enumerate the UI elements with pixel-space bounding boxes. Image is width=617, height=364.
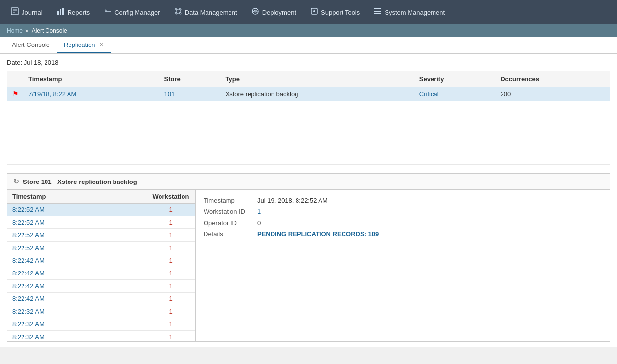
detail-details-value: PENDING REPLICATION RECORDS: 109 [257, 230, 379, 238]
svg-rect-0 [11, 8, 18, 15]
list-item[interactable]: 8:22:42 AM 1 [7, 267, 195, 280]
svg-rect-21 [374, 8, 381, 9]
list-cell-workstation: 1 [146, 242, 195, 254]
list-cell-workstation: 1 [146, 293, 195, 305]
main-content: Date: Jul 18, 2018 Timestamp Store Type … [0, 54, 617, 347]
nav-deployment[interactable]: Deployment [246, 3, 302, 21]
list-cell-timestamp: 8:22:32 AM [7, 331, 146, 341]
list-item[interactable]: 8:22:42 AM 1 [7, 293, 195, 305]
col-flag [7, 71, 23, 87]
tab-alert-console-label: Alert Console [12, 41, 50, 48]
refresh-icon[interactable]: ↻ [13, 178, 19, 185]
list-item[interactable]: 8:22:32 AM 1 [7, 305, 195, 318]
nav-config-manager[interactable]: Config Manager [98, 3, 166, 21]
col-severity: Severity [414, 71, 496, 87]
bottom-title: Store 101 - Xstore replication backlog [23, 178, 137, 185]
list-item[interactable]: 8:22:42 AM 1 [7, 254, 195, 267]
bottom-body: Timestamp Workstation 8:22:52 AM 1 8:22:… [7, 190, 610, 341]
list-cell-workstation: 1 [146, 254, 195, 267]
col-occurrences: Occurrences [495, 71, 610, 87]
top-navigation: Journal Reports Config Manager Data Mana… [0, 0, 617, 24]
list-cell-timestamp: 8:22:52 AM [7, 229, 146, 241]
list-header: Timestamp Workstation [7, 190, 195, 204]
data-management-icon [174, 7, 182, 17]
tab-replication-close[interactable]: ✕ [99, 42, 104, 48]
nav-support-tools[interactable]: Support Tools [304, 3, 366, 21]
list-cell-timestamp: 8:22:32 AM [7, 305, 146, 318]
detail-workstation-row: Workstation ID 1 [204, 208, 602, 215]
svg-rect-6 [62, 8, 64, 15]
alert-table: Timestamp Store Type Severity Occurrence… [7, 71, 610, 165]
nav-journal-label: Journal [22, 9, 43, 16]
list-cell-timestamp: 8:22:42 AM [7, 293, 146, 305]
col-timestamp: Timestamp [23, 71, 160, 87]
list-item[interactable]: 8:22:42 AM 1 [7, 280, 195, 293]
detail-timestamp-label: Timestamp [204, 197, 257, 204]
detail-operator-label: Operator ID [204, 219, 257, 227]
row-timestamp[interactable]: 7/19/18, 8:22 AM [23, 87, 160, 101]
list-col-timestamp: Timestamp [7, 190, 146, 203]
list-cell-workstation: 1 [146, 267, 195, 279]
list-item[interactable]: 8:22:32 AM 1 [7, 318, 195, 331]
nav-config-manager-label: Config Manager [114, 9, 160, 16]
list-cell-timestamp: 8:22:42 AM [7, 267, 146, 279]
tabs-bar: Alert Console Replication ✕ [0, 37, 617, 54]
svg-rect-4 [57, 11, 59, 15]
tab-replication[interactable]: Replication ✕ [57, 37, 111, 53]
support-tools-icon [310, 7, 318, 17]
tab-alert-console[interactable]: Alert Console [5, 37, 57, 53]
tab-replication-label: Replication [64, 41, 95, 48]
nav-data-management-label: Data Management [185, 9, 237, 16]
detail-workstation-value: 1 [257, 208, 261, 215]
svg-point-20 [313, 10, 315, 12]
detail-details-row: Details PENDING REPLICATION RECORDS: 109 [204, 230, 602, 238]
detail-details-label: Details [204, 230, 257, 238]
svg-rect-23 [374, 13, 381, 14]
table-row[interactable]: ⚑ 7/19/18, 8:22 AM 101 Xstore replicatio… [7, 87, 610, 101]
nav-system-management-label: System Management [385, 9, 445, 16]
nav-data-management[interactable]: Data Management [168, 3, 243, 21]
list-cell-workstation: 1 [146, 204, 195, 216]
row-severity: Critical [414, 87, 496, 101]
list-item[interactable]: 8:22:52 AM 1 [7, 216, 195, 229]
list-cell-timestamp: 8:22:32 AM [7, 318, 146, 330]
config-manager-icon [104, 7, 112, 17]
table-row-empty [7, 101, 610, 165]
flag-icon: ⚑ [12, 90, 19, 98]
reports-icon [57, 7, 65, 17]
row-type: Xstore replication backlog [221, 87, 414, 101]
list-cell-timestamp: 8:22:52 AM [7, 216, 146, 228]
breadcrumb-home[interactable]: Home [7, 27, 23, 34]
list-cell-workstation: 1 [146, 318, 195, 330]
nav-reports-label: Reports [68, 9, 90, 16]
list-item[interactable]: 8:22:52 AM 1 [7, 242, 195, 254]
bottom-section: ↻ Store 101 - Xstore replication backlog… [7, 173, 610, 342]
list-cell-timestamp: 8:22:42 AM [7, 280, 146, 292]
detail-timestamp-value: Jul 19, 2018, 8:22:52 AM [257, 197, 328, 204]
list-cell-workstation: 1 [146, 331, 195, 341]
col-store: Store [160, 71, 221, 87]
breadcrumb: Home » Alert Console [0, 24, 617, 37]
alert-table-container: Timestamp Store Type Severity Occurrence… [7, 71, 610, 165]
list-cell-workstation: 1 [146, 305, 195, 318]
list-cell-timestamp: 8:22:52 AM [7, 204, 146, 216]
list-item[interactable]: 8:22:52 AM 1 [7, 204, 195, 216]
nav-journal[interactable]: Journal [5, 3, 48, 21]
breadcrumb-separator: » [25, 27, 29, 34]
list-item[interactable]: 8:22:52 AM 1 [7, 229, 195, 242]
left-list-container: Timestamp Workstation 8:22:52 AM 1 8:22:… [7, 190, 196, 341]
list-cell-timestamp: 8:22:52 AM [7, 242, 146, 254]
right-detail: Timestamp Jul 19, 2018, 8:22:52 AM Works… [196, 190, 610, 341]
list-item[interactable]: 8:22:32 AM 1 [7, 331, 195, 341]
nav-support-tools-label: Support Tools [321, 9, 360, 16]
list-col-workstation: Workstation [146, 190, 195, 203]
breadcrumb-current: Alert Console [32, 27, 67, 34]
detail-workstation-label: Workstation ID [204, 208, 257, 215]
row-store[interactable]: 101 [160, 87, 221, 101]
nav-system-management[interactable]: System Management [368, 3, 451, 21]
detail-operator-value: 0 [257, 219, 261, 227]
list-body[interactable]: 8:22:52 AM 1 8:22:52 AM 1 8:22:52 AM 1 8… [7, 204, 195, 341]
list-cell-workstation: 1 [146, 280, 195, 292]
detail-operator-row: Operator ID 0 [204, 219, 602, 227]
nav-reports[interactable]: Reports [51, 3, 96, 21]
